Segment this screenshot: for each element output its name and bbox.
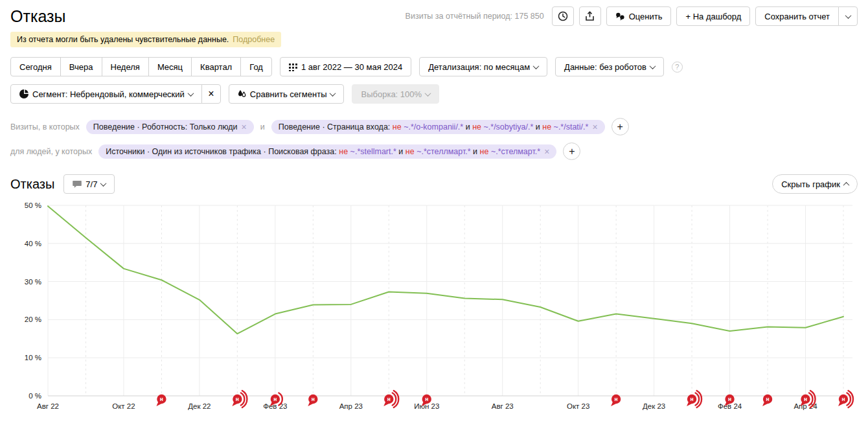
- robots-filter-text: Поведение · Роботность: Только люди: [93, 122, 238, 132]
- save-report-group: Сохранить отчет: [755, 6, 858, 26]
- note-marker-letter: н: [425, 396, 428, 402]
- add-people-filter-button[interactable]: +: [563, 143, 580, 160]
- data-mode-dropdown[interactable]: Данные: без роботов: [555, 57, 664, 76]
- segment-bar: Сегмент: Небрендовый, коммерческий × Сра…: [10, 84, 858, 104]
- search-phrase-filter-chip[interactable]: Источники · Один из источников трафика ·…: [98, 144, 556, 159]
- comments-count: 7/7: [86, 179, 97, 189]
- x-axis-tick-label: Авг 22: [37, 402, 59, 410]
- history-button[interactable]: [552, 6, 574, 26]
- metric-title: Отказы: [10, 177, 54, 192]
- chevron-down-icon: [187, 90, 194, 97]
- detalization-label: Детализация: по месяцам: [428, 62, 530, 72]
- sampling-dropdown[interactable]: Выборка: 100%: [352, 84, 439, 104]
- chevron-down-icon: [533, 63, 540, 69]
- comment-bubble-icon: [73, 180, 82, 189]
- visits-filter-label: Визиты, в которых: [10, 122, 80, 132]
- people-filter-row: для людей, у которых Источники · Один из…: [10, 143, 858, 160]
- period-yesterday-button[interactable]: Вчера: [60, 57, 102, 76]
- robots-filter-chip[interactable]: Поведение · Роботность: Только люди ×: [86, 120, 254, 134]
- hide-chart-button[interactable]: Скрыть график: [772, 174, 858, 194]
- x-axis-tick-label: Апр 23: [339, 402, 363, 410]
- period-month-button[interactable]: Месяц: [148, 57, 192, 76]
- chevron-up-icon: [843, 181, 850, 188]
- export-button[interactable]: [579, 6, 601, 26]
- visits-period-count: Визиты за отчётный период: 175 850: [405, 12, 544, 21]
- chevron-down-icon: [100, 180, 107, 187]
- note-marker-letter: н: [804, 396, 807, 402]
- chip-close-icon[interactable]: ×: [592, 122, 597, 132]
- period-week-button[interactable]: Неделя: [102, 57, 149, 76]
- date-range-label: 1 авг 2022 — 30 мая 2024: [301, 62, 402, 72]
- pie-segment-icon: [19, 89, 29, 98]
- help-icon[interactable]: ?: [672, 62, 683, 73]
- export-icon: [585, 11, 595, 21]
- entry-page-filter-chip[interactable]: Поведение · Страница входа: не ~.*/o-kom…: [271, 120, 605, 134]
- note-marker-letter: н: [841, 396, 845, 402]
- search-phrase-filter-text: Источники · Один из источников трафика ·…: [106, 147, 540, 156]
- rate-button-label: Оценить: [629, 12, 663, 21]
- note-marker-letter: н: [387, 396, 391, 402]
- y-axis-tick-label: 50 %: [25, 201, 41, 209]
- note-marker-letter: н: [273, 396, 277, 402]
- compare-drops-icon: [238, 89, 246, 98]
- note-marker-letter: н: [691, 396, 694, 402]
- x-axis-tick-label: Окт 22: [112, 402, 135, 410]
- report-page: Отказы Визиты за отчётный период: 175 85…: [0, 0, 868, 427]
- x-axis-tick-label: Авг 23: [492, 402, 514, 410]
- bounce-rate-chart[interactable]: 0 %10 %20 %30 %40 %50 %Авг 22Окт 22Дек 2…: [4, 196, 858, 427]
- data-mode-label: Данные: без роботов: [564, 62, 646, 72]
- and-connector: и: [260, 122, 265, 132]
- x-axis-tick-label: Окт 23: [567, 402, 589, 410]
- chip-close-icon[interactable]: ×: [544, 147, 549, 156]
- note-marker-letter: н: [728, 396, 731, 402]
- calendar-grid-icon: [289, 63, 297, 71]
- detalization-dropdown[interactable]: Детализация: по месяцам: [419, 57, 547, 76]
- chevron-down-icon: [845, 12, 851, 19]
- period-segmented-control: Сегодня Вчера Неделя Месяц Квартал Год: [10, 57, 272, 76]
- save-report-dropdown-button[interactable]: [838, 6, 858, 26]
- date-range-button[interactable]: 1 авг 2022 — 30 мая 2024: [280, 57, 411, 76]
- people-filter-label: для людей, у которых: [10, 147, 92, 156]
- segment-dropdown[interactable]: Сегмент: Небрендовый, коммерческий: [10, 84, 202, 104]
- visits-filter-row: Визиты, в которых Поведение · Роботность…: [10, 118, 858, 135]
- chevron-down-icon: [330, 90, 336, 97]
- comments-dropdown[interactable]: 7/7: [63, 174, 115, 194]
- y-axis-tick-label: 40 %: [25, 240, 41, 247]
- banner-details-link[interactable]: Подробнее: [233, 35, 275, 44]
- y-axis-tick-label: 10 %: [25, 354, 41, 361]
- sensitive-data-banner: Из отчета могли быть удалены чувствитель…: [10, 32, 281, 47]
- chevron-down-icon: [649, 63, 656, 69]
- x-axis-tick-label: Дек 23: [643, 402, 665, 410]
- period-year-button[interactable]: Год: [240, 57, 272, 76]
- report-header: Отказы Визиты за отчётный период: 175 85…: [10, 6, 858, 26]
- clock-icon: [558, 11, 568, 21]
- y-axis-tick-label: 20 %: [25, 316, 41, 323]
- bounce-rate-line: [48, 206, 843, 334]
- segment-label: Сегмент: Небрендовый, коммерческий: [32, 89, 185, 99]
- y-axis-tick-label: 30 %: [25, 278, 41, 286]
- entry-page-filter-text: Поведение · Страница входа: не ~.*/o-kom…: [279, 122, 589, 132]
- add-visits-filter-button[interactable]: +: [611, 118, 629, 135]
- note-marker-letter: н: [236, 396, 239, 402]
- line-chart-canvas[interactable]: 0 %10 %20 %30 %40 %50 %Авг 22Окт 22Дек 2…: [4, 196, 865, 424]
- rate-bubbles-icon: [615, 12, 625, 21]
- page-title: Отказы: [10, 6, 65, 26]
- y-axis-tick-label: 0 %: [29, 392, 41, 400]
- chip-close-icon[interactable]: ×: [242, 122, 247, 132]
- add-to-dashboard-button[interactable]: + На дашборд: [676, 6, 750, 26]
- note-marker-letter: н: [160, 396, 163, 402]
- note-marker-letter: н: [766, 396, 769, 402]
- note-marker-letter: н: [615, 396, 618, 402]
- save-report-button[interactable]: Сохранить отчет: [755, 6, 839, 26]
- x-axis-tick-label: Дек 22: [188, 402, 211, 410]
- segment-remove-button[interactable]: ×: [201, 84, 221, 104]
- period-quarter-button[interactable]: Квартал: [191, 57, 241, 76]
- note-marker-letter: н: [312, 396, 315, 402]
- header-actions: Визиты за отчётный период: 175 850: [405, 6, 858, 26]
- sampling-label: Выборка: 100%: [361, 89, 422, 99]
- compare-segments-dropdown[interactable]: Сравнить сегменты: [229, 84, 345, 104]
- period-today-button[interactable]: Сегодня: [10, 57, 61, 76]
- rate-button[interactable]: Оценить: [606, 6, 672, 26]
- segment-filters: Визиты, в которых Поведение · Роботность…: [10, 118, 858, 160]
- period-toolbar: Сегодня Вчера Неделя Месяц Квартал Год 1…: [10, 57, 858, 76]
